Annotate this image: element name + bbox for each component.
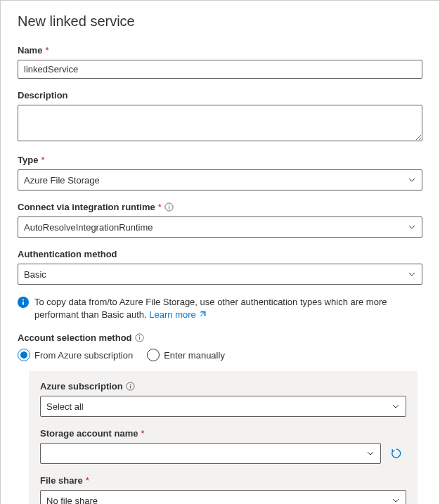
name-input[interactable] [18, 60, 422, 79]
account-method-field: Account selection method From Azure subs… [18, 332, 422, 361]
subscription-select[interactable]: Select all [40, 396, 406, 417]
svg-rect-11 [130, 386, 131, 389]
svg-point-1 [169, 205, 169, 205]
info-icon[interactable] [126, 382, 136, 392]
subscription-field: Azure subscription Select all [40, 381, 406, 417]
info-callout: To copy data from/to Azure File Storage,… [18, 296, 422, 321]
runtime-field: Connect via integration runtime * AutoRe… [18, 202, 422, 238]
type-field: Type * Azure File Storage [18, 155, 422, 190]
svg-point-10 [130, 384, 131, 385]
description-label: Description [18, 90, 422, 101]
name-label: Name * [18, 45, 422, 56]
storage-account-select[interactable] [40, 443, 381, 464]
auth-field: Authentication method Basic [18, 249, 422, 285]
required-indicator: * [141, 428, 144, 439]
type-select[interactable]: Azure File Storage [18, 169, 422, 190]
refresh-button[interactable] [387, 444, 406, 463]
required-indicator: * [158, 202, 162, 212]
type-label: Type * [18, 155, 422, 165]
subscription-label: Azure subscription [40, 381, 406, 392]
info-icon[interactable] [164, 202, 174, 212]
auth-select[interactable]: Basic [18, 264, 422, 285]
chevron-down-icon [408, 223, 416, 231]
required-indicator: * [86, 475, 89, 486]
svg-rect-8 [139, 337, 140, 340]
learn-more-link[interactable]: Learn more [149, 309, 206, 320]
runtime-label: Connect via integration runtime * [18, 202, 422, 212]
file-share-select[interactable]: No file share [40, 490, 406, 504]
storage-account-field: Storage account name * [40, 428, 406, 464]
info-filled-icon [18, 297, 29, 308]
required-indicator: * [45, 45, 48, 56]
chevron-down-icon [392, 496, 400, 504]
radio-enter-manually[interactable]: Enter manually [147, 349, 225, 361]
account-method-radio-group: From Azure subscription Enter manually [18, 349, 422, 361]
account-method-label: Account selection method [18, 332, 422, 343]
svg-point-4 [22, 299, 24, 301]
external-link-icon [198, 309, 207, 318]
name-field: Name * [18, 45, 422, 79]
auth-label: Authentication method [18, 249, 422, 259]
refresh-icon [390, 447, 403, 460]
panel-title: New linked service [18, 13, 422, 30]
radio-icon-unchecked [147, 349, 160, 361]
description-field: Description [18, 90, 422, 143]
radio-from-azure[interactable]: From Azure subscription [18, 349, 133, 361]
azure-subscription-section: Azure subscription Select all Storage ac… [29, 371, 418, 504]
radio-icon-checked [18, 349, 30, 361]
chevron-down-icon [392, 402, 400, 411]
new-linked-service-panel: New linked service Name * Description Ty… [0, 0, 440, 504]
chevron-down-icon [366, 449, 375, 458]
info-callout-text: To copy data from/to Azure File Storage,… [34, 296, 422, 321]
chevron-down-icon [408, 270, 416, 278]
description-input[interactable] [18, 105, 422, 141]
info-icon[interactable] [135, 333, 145, 343]
required-indicator: * [41, 155, 44, 165]
svg-rect-2 [169, 207, 169, 209]
chevron-down-icon [408, 176, 416, 184]
file-share-label: File share * [40, 475, 406, 486]
file-share-field: File share * No file share [40, 475, 406, 504]
storage-account-label: Storage account name * [40, 428, 406, 439]
svg-rect-5 [22, 302, 24, 305]
runtime-select[interactable]: AutoResolveIntegrationRuntime [18, 217, 422, 238]
svg-point-7 [139, 335, 140, 336]
